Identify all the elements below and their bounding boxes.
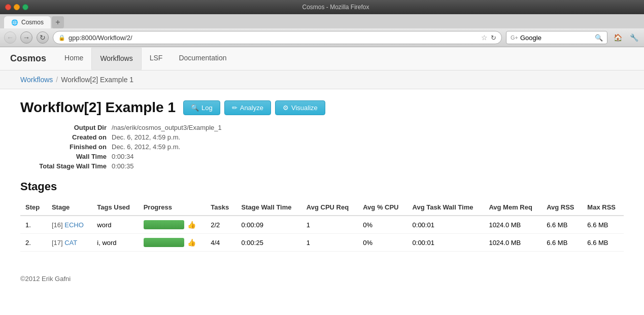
thumb-icon-1: 👍	[187, 238, 196, 247]
active-tab[interactable]: 🌐 Cosmos	[4, 16, 51, 28]
cell-progress-1: 👍	[139, 234, 206, 252]
reload-button[interactable]: ↻	[37, 31, 49, 44]
finished-on-label: Finished on	[20, 143, 112, 151]
cell-stage-1: [17] CAT	[47, 234, 92, 252]
forward-button[interactable]: →	[20, 31, 32, 44]
window-controls	[5, 4, 28, 10]
new-tab-button[interactable]: +	[52, 16, 64, 28]
cell-stage-wall-time-1: 0:00:25	[236, 234, 301, 252]
reload-icon[interactable]: ↻	[491, 34, 496, 42]
cell-avg-rss-1: 6.6 MB	[541, 234, 582, 252]
tab-favicon: 🌐	[11, 19, 18, 26]
cell-tasks-1: 4/4	[206, 234, 236, 252]
breadcrumb: Workflows / Workflow[2] Example 1	[0, 71, 644, 89]
page-title: Workflow[2] Example 1	[20, 99, 176, 116]
cell-tasks-0: 2/2	[206, 216, 236, 234]
browser-titlebar: Cosmos - Mozilla Firefox	[0, 0, 644, 14]
breadcrumb-workflows-link[interactable]: Workflows	[20, 76, 53, 84]
cell-step-0: 1.	[20, 216, 47, 234]
cell-avg-task-wall-time-0: 0:00:01	[408, 216, 484, 234]
address-bar[interactable]: 🔒 gpp:8000/Workflow/2/ ☆ ↻	[53, 31, 502, 44]
cell-tags-1: i, word	[92, 234, 138, 252]
stage-name-link-1[interactable]: CAT	[64, 239, 77, 247]
nav-home[interactable]: Home	[56, 48, 91, 69]
cell-avg-mem-req-0: 1024.0 MB	[484, 216, 541, 234]
nav-documentation[interactable]: Documentation	[171, 48, 234, 69]
cell-stage-wall-time-0: 0:00:09	[236, 216, 301, 234]
cell-stage-0: [16] ECHO	[47, 216, 92, 234]
cell-tags-0: word	[92, 216, 138, 234]
breadcrumb-current: Workflow[2] Example 1	[61, 76, 133, 84]
main-area: Workflow[2] Example 1 🔍 Log ✏ Analyze ⚙ …	[0, 89, 644, 267]
minimize-button[interactable]	[14, 4, 20, 10]
output-dir-label: Output Dir	[20, 124, 112, 131]
cell-avg-pct-cpu-0: 0%	[358, 216, 407, 234]
stage-id-0: [16]	[52, 221, 63, 229]
cell-max-rss-1: 6.6 MB	[582, 234, 624, 252]
col-avg-rss: Avg RSS	[541, 199, 582, 216]
wall-time-value: 0:00:34	[112, 153, 133, 160]
created-on-value: Dec. 6, 2012, 4:59 p.m.	[112, 133, 180, 141]
info-row-created-on: Created on Dec. 6, 2012, 4:59 p.m.	[20, 133, 624, 141]
stage-id-1: [17]	[52, 239, 63, 247]
visualize-button-label: Visualize	[291, 104, 318, 112]
info-row-wall-time: Wall Time 0:00:34	[20, 153, 624, 160]
analyze-button-label: Analyze	[240, 104, 263, 112]
cell-max-rss-0: 6.6 MB	[582, 216, 624, 234]
nav-lsf[interactable]: LSF	[142, 48, 171, 69]
wrench-icon: ✏	[232, 104, 238, 112]
col-step: Step	[20, 199, 47, 216]
info-row-total-stage-wall-time: Total Stage Wall Time 0:00:35	[20, 162, 624, 170]
home-button[interactable]: 🏠	[612, 31, 624, 44]
browser-toolbar: ← → ↻ 🔒 gpp:8000/Workflow/2/ ☆ ↻ G+ Goog…	[0, 28, 644, 47]
search-engine-icon: G+	[511, 34, 518, 41]
progress-bar-container-0	[144, 220, 184, 229]
maximize-button[interactable]	[22, 4, 28, 10]
tools-button[interactable]: 🔧	[628, 31, 640, 44]
footer-text: ©2012 Erik Gafni	[20, 275, 71, 283]
table-header-row: Step Stage Tags Used Progress Tasks Stag…	[20, 199, 624, 216]
col-tags: Tags Used	[92, 199, 138, 216]
table-row: 1. [16] ECHO word 👍 2/2 0:00:09 1 0% 0:0…	[20, 216, 624, 234]
col-progress: Progress	[139, 199, 206, 216]
app-brand: Cosmos	[10, 47, 56, 70]
toolbar-buttons: 🔍 Log ✏ Analyze ⚙ Visualize	[183, 100, 325, 115]
address-lock-icon: 🔒	[58, 34, 65, 41]
footer: ©2012 Erik Gafni	[0, 267, 644, 291]
stage-name-link-0[interactable]: ECHO	[64, 221, 84, 229]
gear-icon: ⚙	[283, 104, 289, 112]
search-bar[interactable]: G+ Google 🔍	[506, 31, 607, 44]
table-body: 1. [16] ECHO word 👍 2/2 0:00:09 1 0% 0:0…	[20, 216, 624, 252]
log-button[interactable]: 🔍 Log	[183, 100, 220, 115]
cell-avg-cpu-req-0: 1	[301, 216, 358, 234]
progress-bar-container-1	[144, 238, 184, 247]
wall-time-label: Wall Time	[20, 153, 112, 160]
close-button[interactable]	[5, 4, 11, 10]
tab-label: Cosmos	[21, 19, 44, 26]
back-button[interactable]: ←	[4, 31, 16, 44]
info-row-finished-on: Finished on Dec. 6, 2012, 4:59 p.m.	[20, 143, 624, 151]
created-on-label: Created on	[20, 133, 112, 141]
visualize-button[interactable]: ⚙ Visualize	[275, 100, 325, 115]
app-navbar: Cosmos Home Workflows LSF Documentation	[0, 47, 644, 71]
finished-on-value: Dec. 6, 2012, 4:59 p.m.	[112, 143, 180, 151]
info-table: Output Dir /nas/erik/cosmos_output3/Exam…	[20, 124, 624, 170]
cell-progress-0: 👍	[139, 216, 206, 234]
col-avg-task-wall-time: Avg Task Wall Time	[408, 199, 484, 216]
browser-tabs: 🌐 Cosmos +	[0, 14, 644, 28]
analyze-button[interactable]: ✏ Analyze	[224, 100, 271, 115]
progress-bar-fill-0	[144, 220, 184, 229]
stages-table: Step Stage Tags Used Progress Tasks Stag…	[20, 199, 624, 252]
cell-avg-mem-req-1: 1024.0 MB	[484, 234, 541, 252]
search-icon: 🔍	[191, 104, 199, 112]
col-tasks: Tasks	[206, 199, 236, 216]
search-input[interactable]: Google	[520, 34, 593, 42]
bookmark-icon[interactable]: ☆	[481, 33, 488, 42]
nav-workflows[interactable]: Workflows	[91, 48, 141, 70]
col-avg-mem-req: Avg Mem Req	[484, 199, 541, 216]
search-go-icon[interactable]: 🔍	[595, 34, 603, 42]
log-button-label: Log	[201, 104, 213, 112]
stages-title: Stages	[20, 180, 624, 193]
col-max-rss: Max RSS	[582, 199, 624, 216]
breadcrumb-separator: /	[56, 76, 58, 84]
